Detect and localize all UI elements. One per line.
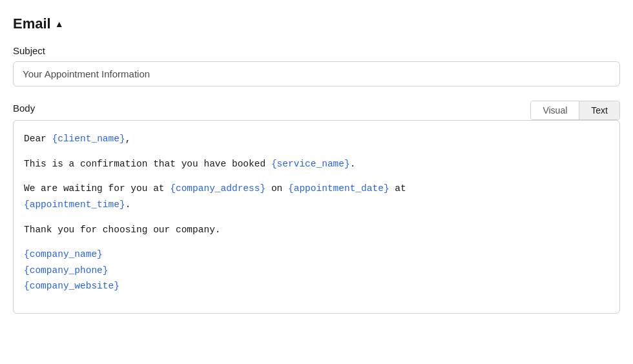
body-header: Body Visual Text (13, 101, 620, 120)
subject-label: Subject (13, 45, 620, 56)
greeting-line: Dear {client_name}, (24, 131, 609, 147)
line2-prefix: We are waiting for you at (24, 183, 170, 194)
signature-block: {company_name} {company_phone} {company_… (24, 247, 609, 294)
thanks-line: Thank you for choosing our company. (24, 222, 609, 238)
line3-suffix: . (125, 199, 131, 210)
line2-suffix: at (389, 183, 406, 194)
greeting-prefix: Dear (24, 134, 52, 144)
confirmation-line: This is a confirmation that you have boo… (24, 156, 609, 172)
body-label: Body (13, 103, 35, 114)
body-tabs: Visual Text (530, 101, 620, 120)
section-title-text: Email (13, 15, 51, 32)
greeting-suffix: , (125, 134, 131, 144)
service-name-var: {service_name} (271, 159, 350, 169)
tab-text[interactable]: Text (579, 101, 619, 119)
tab-visual[interactable]: Visual (531, 101, 579, 119)
collapse-caret[interactable]: ▲ (55, 19, 64, 29)
company-phone-var: {company_phone} (24, 263, 609, 279)
appointment-date-var: {appointment_date} (288, 183, 389, 194)
section-title: Email ▲ (13, 15, 620, 32)
appointment-time-var: {appointment_time} (24, 199, 125, 210)
line1-prefix: This is a confirmation that you have boo… (24, 159, 271, 169)
email-section: Email ▲ Subject Body Visual Text Dear {c… (13, 15, 620, 314)
company-name-var: {company_name} (24, 247, 609, 263)
company-address-var: {company_address} (170, 183, 265, 194)
company-website-var: {company_website} (24, 278, 609, 294)
client-name-var: {client_name} (52, 134, 125, 144)
body-editor[interactable]: Dear {client_name}, This is a confirmati… (13, 120, 620, 314)
thanks-text: Thank you for choosing our company. (24, 225, 221, 235)
line1-suffix: . (350, 159, 356, 169)
subject-input[interactable] (13, 61, 620, 86)
line2-mid: on (265, 183, 288, 194)
address-line: We are waiting for you at {company_addre… (24, 181, 609, 212)
